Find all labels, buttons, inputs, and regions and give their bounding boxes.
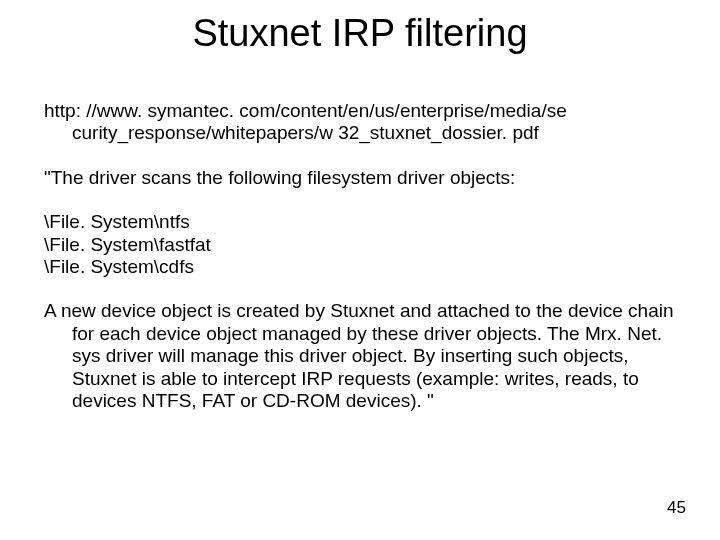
page-number: 45 <box>667 498 686 518</box>
quote-intro: "The driver scans the following filesyst… <box>44 167 684 189</box>
filesystem-list: \File. System\ntfs \File. System\fastfat… <box>44 211 684 278</box>
fs-line: \File. System\cdfs <box>44 256 684 278</box>
slide: Stuxnet IRP filtering http: //www. syman… <box>0 0 720 540</box>
fs-line: \File. System\fastfat <box>44 234 684 256</box>
description-paragraph: A new device object is created by Stuxne… <box>44 300 684 412</box>
source-url: http: //www. symantec. com/content/en/us… <box>44 100 684 145</box>
slide-title: Stuxnet IRP filtering <box>0 12 720 55</box>
fs-line: \File. System\ntfs <box>44 211 684 233</box>
slide-body: http: //www. symantec. com/content/en/us… <box>44 100 684 434</box>
